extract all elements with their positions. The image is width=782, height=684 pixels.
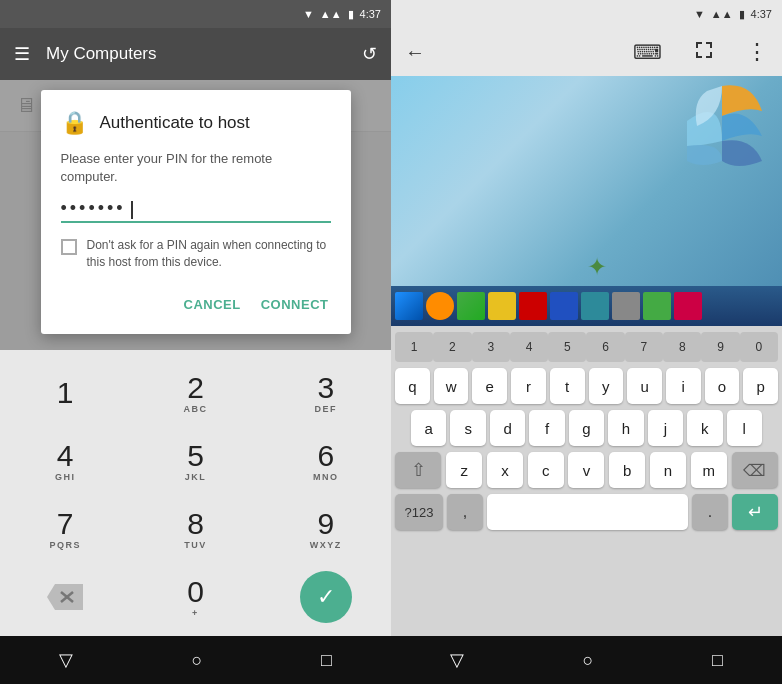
desktop-cursor: ✦ (587, 253, 607, 281)
kb-key-7[interactable]: 7 (625, 332, 663, 362)
remember-checkbox[interactable] (61, 239, 77, 255)
kb-shift[interactable]: ⇧ (395, 452, 441, 488)
kb-z[interactable]: z (446, 452, 482, 488)
kb-u[interactable]: u (627, 368, 662, 404)
remote-desktop-screen[interactable]: ✦ (391, 76, 782, 326)
dialog-buttons: CANCEL CONNECT (61, 287, 331, 326)
kb-c[interactable]: c (528, 452, 564, 488)
key-6[interactable]: 6 MNO (266, 428, 386, 494)
kb-key-8[interactable]: 8 (663, 332, 701, 362)
taskbar-icon-ie (395, 292, 423, 320)
kb-y[interactable]: y (589, 368, 624, 404)
keypad-row-1: 1 2 ABC 3 DEF (0, 360, 391, 426)
back-arrow-icon[interactable]: ← (405, 41, 425, 64)
hamburger-icon[interactable]: ☰ (14, 43, 30, 65)
kb-s[interactable]: s (450, 410, 485, 446)
key-check[interactable]: ✓ (266, 564, 386, 630)
key-2[interactable]: 2 ABC (135, 360, 255, 426)
kb-g[interactable]: g (569, 410, 604, 446)
kb-key-2[interactable]: 2 (433, 332, 471, 362)
kb-x[interactable]: x (487, 452, 523, 488)
kb-key-5[interactable]: 5 (548, 332, 586, 362)
app-content: 🖥 Linux Dev 🔒 Authenticate to host Pleas… (0, 80, 391, 350)
kb-t[interactable]: t (550, 368, 585, 404)
kb-mode-switch[interactable]: ?123 (395, 494, 443, 530)
key-8[interactable]: 8 TUV (135, 496, 255, 562)
kb-key-9[interactable]: 9 (701, 332, 739, 362)
kb-k[interactable]: k (687, 410, 722, 446)
kb-o[interactable]: o (705, 368, 740, 404)
back-button[interactable]: ▽ (59, 649, 73, 671)
kb-p[interactable]: p (743, 368, 778, 404)
kb-a[interactable]: a (411, 410, 446, 446)
taskbar-icon-6 (550, 292, 578, 320)
kb-d[interactable]: d (490, 410, 525, 446)
kb-key-1[interactable]: 1 (395, 332, 433, 362)
kb-key-3[interactable]: 3 (472, 332, 510, 362)
fullscreen-icon[interactable] (694, 40, 714, 65)
kb-r[interactable]: r (511, 368, 546, 404)
time-display: 4:37 (360, 8, 381, 20)
cancel-button[interactable]: CANCEL (182, 291, 243, 318)
right-phone: ▼ ▲▲ ▮ 4:37 ← ⌨ ⋮ (391, 0, 782, 684)
kb-row-qwerty: q w e r t y u i o p (395, 368, 778, 404)
kb-period[interactable]: . (692, 494, 728, 530)
signal-icon: ▼ (303, 8, 314, 20)
kb-m[interactable]: m (691, 452, 727, 488)
remember-label: Don't ask for a PIN again when connectin… (87, 237, 331, 271)
key-5[interactable]: 5 JKL (135, 428, 255, 494)
key-9[interactable]: 9 WXYZ (266, 496, 386, 562)
key-1[interactable]: 1 (5, 360, 125, 426)
key-delete[interactable] (5, 564, 125, 630)
recents-button[interactable]: □ (321, 650, 332, 671)
dialog-title: Authenticate to host (100, 113, 250, 133)
kb-n[interactable]: n (650, 452, 686, 488)
more-icon[interactable]: ⋮ (746, 39, 768, 65)
kb-v[interactable]: v (568, 452, 604, 488)
connect-button[interactable]: CONNECT (259, 291, 331, 318)
right-time-display: 4:37 (751, 8, 772, 20)
key-7[interactable]: 7 PQRS (5, 496, 125, 562)
remember-checkbox-row[interactable]: Don't ask for a PIN again when connectin… (61, 237, 331, 271)
kb-q[interactable]: q (395, 368, 430, 404)
key-4[interactable]: 4 GHI (5, 428, 125, 494)
refresh-icon[interactable]: ↺ (362, 43, 377, 65)
right-recents-button[interactable]: □ (712, 650, 723, 671)
kb-l[interactable]: l (727, 410, 762, 446)
kb-i[interactable]: i (666, 368, 701, 404)
right-home-button[interactable]: ○ (583, 650, 594, 671)
keypad-row-2: 4 GHI 5 JKL 6 MNO (0, 428, 391, 494)
kb-j[interactable]: j (648, 410, 683, 446)
keyboard-icon[interactable]: ⌨ (633, 40, 662, 64)
windows-logo (677, 81, 767, 195)
left-app-bar: ☰ My Computers ↺ (0, 28, 391, 80)
key-3[interactable]: 3 DEF (266, 360, 386, 426)
key-0[interactable]: 0 + (135, 564, 255, 630)
kb-enter[interactable]: ↵ (732, 494, 778, 530)
kb-b[interactable]: b (609, 452, 645, 488)
home-button[interactable]: ○ (192, 650, 203, 671)
kb-comma[interactable]: , (447, 494, 483, 530)
kb-h[interactable]: h (608, 410, 643, 446)
left-status-bar: ▼ ▲▲ ▮ 4:37 (0, 0, 391, 28)
kb-key-0[interactable]: 0 (740, 332, 778, 362)
right-battery-icon: ▮ (739, 8, 745, 21)
pin-input-container[interactable]: ••••••• (61, 198, 331, 223)
kb-row-zxcv: ⇧ z x c v b n m ⌫ (395, 452, 778, 488)
kb-number-row: 1 2 3 4 5 6 7 8 9 0 (395, 332, 778, 362)
kb-e[interactable]: e (472, 368, 507, 404)
kb-key-6[interactable]: 6 (586, 332, 624, 362)
dialog-header: 🔒 Authenticate to host (61, 110, 331, 136)
check-button[interactable]: ✓ (300, 571, 352, 623)
kb-spacebar[interactable] (487, 494, 688, 530)
kb-key-4[interactable]: 4 (510, 332, 548, 362)
kb-f[interactable]: f (529, 410, 564, 446)
battery-icon: ▮ (348, 8, 354, 21)
kb-w[interactable]: w (434, 368, 469, 404)
right-back-button[interactable]: ▽ (450, 649, 464, 671)
auth-dialog: 🔒 Authenticate to host Please enter your… (41, 90, 351, 334)
kb-backspace[interactable]: ⌫ (732, 452, 778, 488)
numeric-keypad: 1 2 ABC 3 DEF 4 GHI 5 JKL 6 MNO (0, 350, 391, 636)
svg-marker-0 (47, 584, 83, 610)
left-nav-bar: ▽ ○ □ (0, 636, 391, 684)
